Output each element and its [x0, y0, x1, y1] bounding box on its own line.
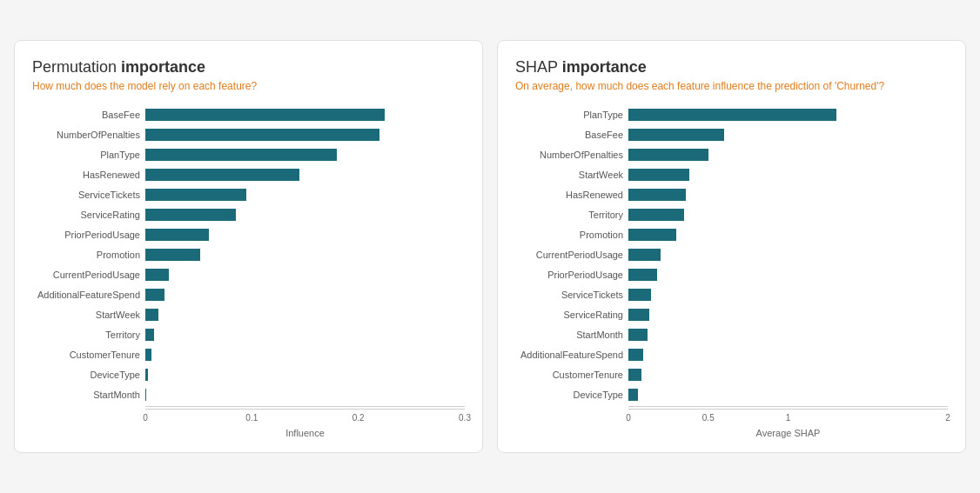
- bar-track: [628, 109, 948, 121]
- bar-label: PlanType: [32, 150, 145, 160]
- bar-fill: [145, 249, 200, 261]
- bar-row: CustomerTenure: [32, 346, 465, 363]
- bar-track: [628, 309, 948, 321]
- bar-label: HasRenewed: [515, 190, 628, 200]
- bar-label: Promotion: [515, 230, 628, 240]
- permutation-axis-line: [145, 406, 465, 407]
- permutation-axis-label: Influence: [145, 428, 465, 438]
- bar-track: [628, 129, 948, 141]
- bar-label: CurrentPeriodUsage: [32, 270, 145, 280]
- bar-label: NumberOfPenalties: [515, 150, 628, 160]
- bar-fill: [628, 149, 708, 161]
- bar-fill: [145, 309, 158, 321]
- bar-label: HasRenewed: [32, 170, 145, 180]
- bar-fill: [628, 269, 657, 281]
- bar-row: Territory: [32, 326, 465, 343]
- permutation-chart-area: BaseFeeNumberOfPenaltiesPlanTypeHasRenew…: [32, 106, 465, 438]
- shap-ticks: 00.512: [628, 410, 948, 427]
- bar-label: NumberOfPenalties: [32, 130, 145, 140]
- permutation-title: Permutation importance: [32, 58, 465, 77]
- bar-track: [145, 389, 465, 401]
- bar-track: [628, 169, 948, 181]
- shap-axis-area: 00.512: [628, 409, 948, 426]
- shap-title: SHAP importance: [515, 58, 948, 77]
- bar-label: AdditionalFeatureSpend: [515, 350, 628, 360]
- bar-track: [145, 269, 465, 281]
- axis-tick: 0.2: [352, 413, 365, 423]
- bar-row: ServiceRating: [515, 306, 948, 323]
- bar-fill: [628, 389, 638, 401]
- bar-row: PriorPeriodUsage: [515, 266, 948, 283]
- bar-fill: [628, 109, 836, 121]
- bar-track: [628, 269, 948, 281]
- bar-track: [145, 249, 465, 261]
- bar-fill: [628, 289, 651, 301]
- bar-row: StartWeek: [32, 306, 465, 323]
- bar-label: Promotion: [32, 250, 145, 260]
- bar-row: PlanType: [32, 146, 465, 163]
- bar-row: AdditionalFeatureSpend: [32, 286, 465, 303]
- bar-row: BaseFee: [32, 106, 465, 123]
- bar-label: PlanType: [515, 110, 628, 120]
- bar-fill: [145, 389, 146, 401]
- bar-fill: [628, 169, 689, 181]
- charts-container: Permutation importance How much does the…: [14, 40, 966, 453]
- bar-fill: [628, 129, 724, 141]
- bar-fill: [145, 289, 164, 301]
- bar-track: [145, 369, 465, 381]
- bar-row: NumberOfPenalties: [32, 126, 465, 143]
- bar-fill: [145, 129, 379, 141]
- bar-track: [628, 229, 948, 241]
- bar-fill: [145, 109, 385, 121]
- bar-fill: [628, 209, 684, 221]
- bar-row: Promotion: [515, 226, 948, 243]
- axis-tick: 1: [786, 413, 791, 423]
- bar-fill: [145, 149, 337, 161]
- bar-track: [145, 329, 465, 341]
- axis-tick: 0.1: [245, 413, 258, 423]
- bar-label: DeviceType: [32, 370, 145, 380]
- bar-row: DeviceType: [32, 366, 465, 383]
- bar-label: CustomerTenure: [32, 350, 145, 360]
- bar-row: DeviceType: [515, 386, 948, 403]
- permutation-subtitle: How much does the model rely on each fea…: [32, 80, 465, 92]
- bar-row: CustomerTenure: [515, 366, 948, 383]
- bar-row: CurrentPeriodUsage: [32, 266, 465, 283]
- bar-row: Territory: [515, 206, 948, 223]
- bar-label: StartMonth: [32, 390, 145, 400]
- bar-track: [628, 329, 948, 341]
- shap-chart-area: PlanTypeBaseFeeNumberOfPenaltiesStartWee…: [515, 106, 948, 438]
- bar-fill: [145, 369, 148, 381]
- permutation-card: Permutation importance How much does the…: [14, 40, 483, 453]
- axis-tick: 0: [626, 413, 631, 423]
- bar-track: [628, 389, 948, 401]
- bar-track: [628, 189, 948, 201]
- bar-label: StartWeek: [515, 170, 628, 180]
- bar-row: HasRenewed: [32, 166, 465, 183]
- bar-track: [145, 209, 465, 221]
- axis-tick: 2: [945, 413, 950, 423]
- permutation-ticks: 00.10.20.3: [145, 410, 465, 427]
- bar-row: NumberOfPenalties: [515, 146, 948, 163]
- bar-fill: [628, 249, 661, 261]
- bar-track: [628, 349, 948, 361]
- bar-label: CurrentPeriodUsage: [515, 250, 628, 260]
- bar-row: StartWeek: [515, 166, 948, 183]
- bar-row: AdditionalFeatureSpend: [515, 346, 948, 363]
- axis-tick: 0: [143, 413, 148, 423]
- bar-row: Promotion: [32, 246, 465, 263]
- bar-fill: [145, 329, 154, 341]
- bar-row: HasRenewed: [515, 186, 948, 203]
- bar-label: PriorPeriodUsage: [515, 270, 628, 280]
- bar-fill: [628, 349, 643, 361]
- bar-row: PriorPeriodUsage: [32, 226, 465, 243]
- bar-label: ServiceRating: [515, 310, 628, 320]
- shap-axis-label: Average SHAP: [628, 428, 948, 438]
- bar-fill: [628, 309, 649, 321]
- bar-track: [145, 309, 465, 321]
- shap-subtitle: On average, how much does each feature i…: [515, 80, 948, 92]
- bar-label: Territory: [515, 210, 628, 220]
- bar-label: ServiceTickets: [32, 190, 145, 200]
- bar-label: AdditionalFeatureSpend: [32, 290, 145, 300]
- bar-track: [628, 209, 948, 221]
